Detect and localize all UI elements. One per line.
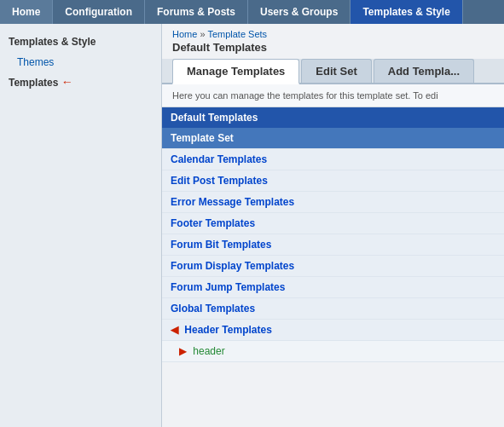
template-list: Default Templates Template Set Calendar …: [162, 107, 504, 362]
info-text: Here you can manage the templates for th…: [162, 84, 504, 107]
tab-manage-templates[interactable]: Manage Templates: [172, 59, 299, 84]
top-nav: Home Configuration Forums & Posts Users …: [0, 0, 504, 24]
sidebar-item-themes[interactable]: Themes: [0, 53, 161, 72]
list-row-error-message[interactable]: Error Message Templates: [162, 192, 504, 213]
nav-templates-style[interactable]: Templates & Style: [350, 0, 462, 24]
sidebar: Templates & Style Themes Templates ←: [0, 24, 162, 427]
tab-edit-set[interactable]: Edit Set: [301, 59, 371, 83]
sidebar-section-title: Templates & Style: [0, 32, 161, 53]
left-arrow-icon: ←: [61, 75, 73, 89]
list-row-edit-post[interactable]: Edit Post Templates: [162, 170, 504, 192]
sidebar-item-templates[interactable]: Templates ←: [0, 72, 161, 92]
list-row-header[interactable]: ◀ Header Templates: [162, 320, 504, 341]
nav-configuration[interactable]: Configuration: [53, 0, 145, 24]
list-row-forum-bit[interactable]: Forum Bit Templates: [162, 234, 504, 256]
breadcrumb: Home » Template Sets: [162, 24, 504, 41]
header-subitem-label: header: [193, 345, 224, 357]
list-row-forum-jump[interactable]: Forum Jump Templates: [162, 277, 504, 298]
list-row-footer[interactable]: Footer Templates: [162, 213, 504, 234]
list-row-calendar[interactable]: Calendar Templates: [162, 149, 504, 170]
list-row-template-set[interactable]: Template Set: [162, 128, 504, 149]
sidebar-templates-label: Templates: [9, 77, 58, 89]
breadcrumb-template-sets[interactable]: Template Sets: [207, 29, 267, 39]
list-row-global[interactable]: Global Templates: [162, 298, 504, 320]
left-arrow-small-icon: ◀: [171, 324, 178, 336]
nav-home[interactable]: Home: [0, 0, 53, 24]
tab-add-template[interactable]: Add Templa...: [374, 59, 474, 83]
list-row-forum-display[interactable]: Forum Display Templates: [162, 256, 504, 277]
breadcrumb-home[interactable]: Home: [172, 29, 197, 39]
header-templates-label: Header Templates: [184, 324, 272, 336]
nav-forums-posts[interactable]: Forums & Posts: [145, 0, 248, 24]
page-title: Default Templates: [162, 41, 504, 59]
tab-bar: Manage Templates Edit Set Add Templa...: [162, 59, 504, 84]
nav-users-groups[interactable]: Users & Groups: [248, 0, 350, 24]
list-row-header-subitem[interactable]: ▶ header: [162, 341, 504, 362]
content-area: Home » Template Sets Default Templates M…: [162, 24, 504, 427]
list-header: Default Templates: [162, 107, 504, 128]
sub-arrow-icon: ▶: [179, 345, 187, 357]
